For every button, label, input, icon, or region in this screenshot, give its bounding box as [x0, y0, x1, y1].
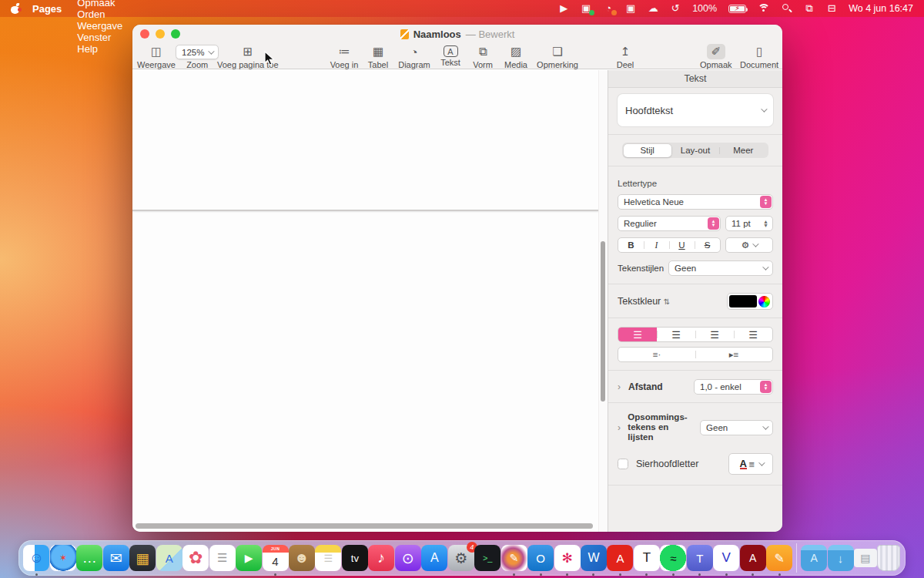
gauge-icon[interactable]: ◔ [603, 2, 614, 15]
dock-terminal-app-icon[interactable]: >_ [474, 545, 500, 571]
server-icon[interactable]: ⊟ [826, 2, 837, 15]
toolbar-diagram[interactable]: ◔Diagram [395, 44, 434, 69]
font-style-select[interactable]: Regulier ▲▼ [618, 216, 721, 231]
dock-mail-icon[interactable]: ✉ [103, 545, 129, 571]
align-right-button[interactable]: ☰ [695, 328, 734, 341]
dock-slack-icon[interactable]: ✻ [554, 545, 581, 571]
style-button-i[interactable]: I [644, 238, 669, 252]
dock-maps-icon[interactable]: A [156, 545, 182, 571]
dock-vivaldi-icon[interactable]: V [713, 545, 739, 571]
menu-item-venster[interactable]: Venster [69, 32, 130, 43]
dock-teams-icon[interactable]: T [687, 545, 713, 571]
zoom-control[interactable]: 125% [176, 45, 219, 59]
dock-reminders-icon[interactable]: ☰ [209, 545, 236, 571]
horizontal-scrollbar[interactable] [136, 523, 593, 529]
dock-music-icon[interactable]: ♪ [368, 545, 394, 571]
menu-item-help[interactable]: Help [69, 43, 130, 55]
color-wheel-icon[interactable] [758, 296, 770, 307]
apple-menu-icon[interactable] [11, 4, 20, 14]
dock-applications-folder-icon[interactable]: A [801, 545, 827, 571]
wifi-icon[interactable] [758, 4, 770, 13]
font-family-select[interactable]: Helvetica Neue ▲▼ [618, 194, 773, 210]
cloud-icon[interactable]: ☁ [648, 2, 658, 15]
font-size-field[interactable]: 11 pt ▲▼ [725, 216, 773, 231]
dock-pages-icon[interactable]: ✎ [766, 545, 792, 571]
dock-facetime-icon[interactable]: ▶ [236, 545, 262, 571]
dock-apple-tv-icon[interactable]: tv [342, 545, 368, 571]
style-button-b[interactable]: B [618, 238, 644, 252]
dock-acrobat-reader-icon[interactable]: A [607, 545, 633, 571]
app-status-icon[interactable]: ▣ [581, 2, 591, 15]
dock-notes-icon[interactable]: ☰ [315, 545, 341, 571]
toolbar-weergave[interactable]: ◫Weergave [137, 44, 176, 69]
dock-calendar-icon[interactable]: 4JUN [263, 545, 289, 571]
dock-contacts-icon[interactable]: ☻ [289, 545, 315, 571]
toolbar-voeg-in[interactable]: ≔Voeg in [327, 44, 361, 69]
dock-app-store-icon[interactable]: A [421, 545, 447, 571]
menu-app-name[interactable]: Pages [25, 0, 69, 17]
dock-spotify-icon[interactable]: ≈ [660, 545, 686, 571]
dock-trash-icon[interactable] [877, 545, 900, 571]
dock-finder-icon[interactable]: ☺ [23, 545, 49, 571]
align-left-button[interactable]: ☰ [618, 328, 657, 341]
menu-item-opmaak[interactable]: Opmaak [69, 0, 130, 8]
toolbar-tabel[interactable]: ▦Tabel [363, 44, 393, 69]
menu-item-weergave[interactable]: Weergave [69, 20, 130, 32]
indent-increase-button[interactable]: ▸≡ [695, 348, 772, 361]
disclosure-icon[interactable]: › [618, 381, 624, 392]
dock-photos-icon[interactable]: ✿ [182, 545, 209, 571]
toolbar: ◫Weergave125%Zoom⊞Voeg pagina toe≔Voeg i… [132, 43, 782, 69]
dock-messages-icon[interactable]: … [76, 545, 102, 571]
style-button-s[interactable]: S [695, 238, 720, 252]
advanced-options-button[interactable]: ⚙ [725, 237, 773, 253]
dock-outlook-icon[interactable]: O [527, 545, 554, 571]
dock-launchpad-icon[interactable]: ▦ [129, 545, 156, 571]
stepper-icon[interactable]: ▲▼ [760, 196, 772, 208]
style-button-u[interactable]: U [669, 238, 695, 252]
toolbar-tekst[interactable]: ATekst [435, 44, 466, 67]
spacing-select[interactable]: 1,0 - enkel ▲▼ [694, 379, 773, 395]
dock-photo-editor-icon[interactable]: ✎ [501, 545, 527, 571]
dock-acrobat-pro-icon[interactable]: A [740, 545, 766, 571]
spotlight-icon[interactable] [782, 3, 792, 14]
toolbar-opmerking[interactable]: ❏Opmerking [534, 44, 581, 69]
menu-item-orden[interactable]: Orden [69, 8, 130, 20]
menu-bar-clock[interactable]: Wo 4 jun 16:47 [849, 3, 913, 14]
toolbar-zoom[interactable]: 125%Zoom [176, 44, 219, 69]
toolbar-opmaak[interactable]: ✐Opmaak [700, 44, 732, 69]
dock-minimized-window-icon[interactable]: ▤ [854, 549, 877, 567]
dock-typora-icon[interactable]: T [634, 545, 660, 571]
toolbar-vorm[interactable]: ⧉Vorm [467, 44, 498, 69]
dock-word-icon[interactable]: W [581, 545, 607, 571]
indent-decrease-button[interactable]: ≡· [618, 348, 695, 361]
time-machine-icon[interactable]: ↺ [670, 2, 681, 15]
char-styles-select[interactable]: Geen [668, 260, 773, 276]
tab-meer[interactable]: Meer [719, 144, 767, 157]
tab-lay-out[interactable]: Lay-out [671, 144, 719, 157]
stack-icon[interactable]: ⧉ [804, 2, 815, 15]
disclosure-icon[interactable]: › [618, 422, 623, 433]
playback-icon[interactable]: ▶ [558, 2, 569, 15]
stepper-icon[interactable]: ▲▼ [760, 217, 772, 230]
dropcap-style-button[interactable]: A≣ [728, 453, 773, 475]
battery-icon[interactable]: ⚡ [728, 5, 746, 13]
bullets-select[interactable]: Geen [700, 420, 773, 435]
stepper-icon[interactable]: ▲▼ [708, 217, 719, 230]
toolbar-document[interactable]: ▯Document [740, 44, 778, 69]
align-justify-button[interactable]: ☰ [734, 328, 772, 341]
dock-downloads-folder-icon[interactable]: ↓ [828, 545, 854, 571]
paragraph-style-dropdown[interactable]: Hoofdtekst [618, 94, 773, 126]
tab-stijl[interactable]: Stijl [624, 144, 671, 157]
stepper-icon[interactable]: ▲▼ [760, 381, 772, 393]
toolbar-deel[interactable]: ↥Deel [616, 44, 634, 69]
dock-safari-icon[interactable]: ✶ [50, 545, 76, 571]
align-center-button[interactable]: ☰ [657, 328, 695, 341]
text-color-well[interactable] [727, 293, 773, 310]
toolbar-media[interactable]: ▨Media [500, 44, 532, 69]
screen-record-icon[interactable]: ▣ [625, 2, 636, 15]
dock-system-settings-icon[interactable]: ⚙4 [448, 545, 474, 571]
document-canvas[interactable] [132, 70, 608, 532]
vertical-scrollbar[interactable] [601, 241, 605, 402]
dropcap-checkbox[interactable] [618, 459, 628, 469]
dock-podcasts-icon[interactable]: ⊙ [395, 545, 421, 571]
